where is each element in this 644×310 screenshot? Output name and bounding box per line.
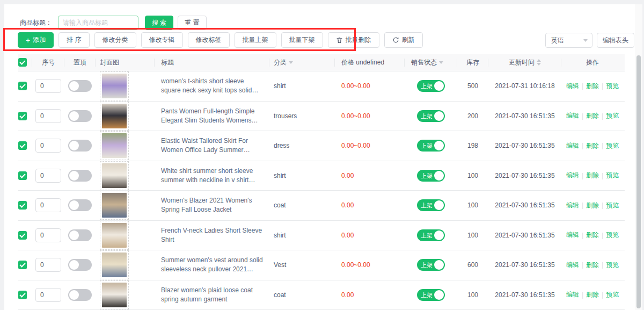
row-number-input[interactable] bbox=[35, 79, 61, 93]
delete-link[interactable]: 删除 bbox=[586, 171, 599, 180]
edit-link[interactable]: 编辑 bbox=[566, 201, 579, 210]
product-title: White shirt summer short sleeve summer w… bbox=[161, 167, 269, 185]
status-toggle[interactable]: 上架 bbox=[417, 259, 445, 271]
status-toggle[interactable]: 上架 bbox=[417, 80, 445, 92]
row-number-input[interactable] bbox=[35, 109, 61, 123]
status-toggle[interactable]: 上架 bbox=[417, 289, 445, 301]
content-panel: 商品标题： 搜 索 重 置 + 添加 排 序 修改分类 修改专辑 修改标签 批量… bbox=[4, 4, 640, 310]
header-category[interactable]: 分类 bbox=[269, 54, 335, 71]
preview-link[interactable]: 预览 bbox=[606, 201, 619, 210]
pin-toggle[interactable] bbox=[68, 140, 92, 152]
cover-image[interactable] bbox=[100, 161, 129, 190]
search-button[interactable]: 搜 索 bbox=[145, 16, 173, 30]
toggle-knob bbox=[69, 111, 79, 121]
cover-image[interactable] bbox=[100, 191, 129, 220]
row-checkbox[interactable] bbox=[18, 112, 27, 120]
bulk-delete-button[interactable]: 批量删除 bbox=[328, 32, 379, 48]
delete-link[interactable]: 删除 bbox=[586, 111, 599, 120]
bulk-unpublish-button[interactable]: 批量下架 bbox=[281, 32, 323, 48]
product-table: 序号 置顶 封面图 标题 分类 价格 undefined 销售状态 库存 更新时… bbox=[18, 54, 625, 310]
row-checkbox[interactable] bbox=[18, 261, 27, 269]
cover-image[interactable] bbox=[100, 250, 129, 279]
edit-table-header-button[interactable]: 编辑表头 bbox=[597, 33, 634, 48]
edit-album-button[interactable]: 修改专辑 bbox=[141, 32, 183, 48]
toggle-knob bbox=[434, 81, 444, 91]
status-toggle[interactable]: 上架 bbox=[417, 229, 445, 241]
cover-image[interactable] bbox=[100, 131, 129, 160]
edit-tags-button[interactable]: 修改标签 bbox=[188, 32, 230, 48]
reset-button[interactable]: 重 置 bbox=[178, 16, 206, 30]
refresh-button[interactable]: 刷新 bbox=[384, 32, 423, 48]
row-checkbox[interactable] bbox=[18, 291, 27, 299]
row-number-input[interactable] bbox=[35, 288, 61, 302]
pin-toggle[interactable] bbox=[68, 289, 92, 301]
pin-toggle[interactable] bbox=[68, 110, 92, 122]
preview-link[interactable]: 预览 bbox=[606, 82, 619, 91]
sort-button[interactable]: 排 序 bbox=[58, 32, 89, 48]
select-all-checkbox[interactable] bbox=[18, 58, 27, 67]
delete-link[interactable]: 删除 bbox=[586, 290, 599, 299]
header-status[interactable]: 销售状态 bbox=[405, 54, 457, 71]
delete-link[interactable]: 删除 bbox=[586, 82, 599, 91]
pin-toggle[interactable] bbox=[68, 170, 92, 182]
status-toggle[interactable]: 上架 bbox=[417, 140, 445, 152]
edit-link[interactable]: 编辑 bbox=[566, 82, 579, 91]
cover-image[interactable] bbox=[100, 280, 129, 309]
cover-image[interactable] bbox=[100, 71, 129, 100]
row-checkbox[interactable] bbox=[18, 82, 27, 90]
row-number-input[interactable] bbox=[35, 228, 61, 242]
edit-link[interactable]: 编辑 bbox=[566, 290, 579, 299]
status-toggle[interactable]: 上架 bbox=[417, 110, 445, 122]
status-toggle[interactable]: 上架 bbox=[417, 170, 445, 182]
add-button-label: 添加 bbox=[33, 35, 46, 45]
edit-category-button[interactable]: 修改分类 bbox=[94, 32, 136, 48]
status-toggle[interactable]: 上架 bbox=[417, 199, 445, 211]
preview-link[interactable]: 预览 bbox=[606, 171, 619, 180]
status-toggle-label: 上架 bbox=[421, 201, 433, 210]
product-price: 0.00~0.00 bbox=[341, 261, 370, 269]
row-checkbox[interactable] bbox=[18, 141, 27, 150]
edit-link[interactable]: 编辑 bbox=[566, 230, 579, 240]
edit-link[interactable]: 编辑 bbox=[566, 261, 579, 270]
row-checkbox[interactable] bbox=[18, 201, 27, 210]
cover-image[interactable] bbox=[100, 102, 129, 131]
delete-link[interactable]: 删除 bbox=[586, 230, 599, 240]
edit-link[interactable]: 编辑 bbox=[566, 141, 579, 150]
scrollbar-thumb[interactable] bbox=[636, 55, 641, 308]
bulk-publish-button[interactable]: 批量上架 bbox=[235, 32, 276, 48]
table-row: White shirt summer short sleeve summer w… bbox=[18, 161, 625, 191]
preview-link[interactable]: 预览 bbox=[606, 141, 619, 150]
edit-link[interactable]: 编辑 bbox=[566, 171, 579, 180]
cover-image[interactable] bbox=[100, 221, 129, 250]
row-number-input[interactable] bbox=[35, 169, 61, 183]
edit-link[interactable]: 编辑 bbox=[566, 111, 579, 120]
preview-link[interactable]: 预览 bbox=[606, 111, 619, 120]
header-category-label: 分类 bbox=[274, 58, 287, 67]
preview-link[interactable]: 预览 bbox=[606, 261, 619, 270]
pin-toggle[interactable] bbox=[68, 199, 92, 211]
delete-link[interactable]: 删除 bbox=[586, 141, 599, 150]
row-checkbox[interactable] bbox=[18, 171, 27, 180]
cover-image-preview bbox=[102, 283, 127, 307]
preview-link[interactable]: 预览 bbox=[606, 230, 619, 240]
language-select[interactable]: 英语 bbox=[545, 33, 592, 48]
row-number-input[interactable] bbox=[35, 198, 61, 212]
product-title: Elastic Waist Tailored Skirt For Women O… bbox=[161, 136, 269, 155]
add-button[interactable]: + 添加 bbox=[18, 32, 54, 48]
header-updated[interactable]: 更新时间 bbox=[488, 54, 561, 71]
preview-link[interactable]: 预览 bbox=[606, 290, 619, 299]
row-number-input[interactable] bbox=[35, 139, 61, 153]
pin-toggle[interactable] bbox=[68, 259, 92, 271]
pin-toggle[interactable] bbox=[68, 229, 92, 241]
product-title-search-input[interactable] bbox=[58, 16, 138, 30]
status-toggle-label: 上架 bbox=[421, 112, 433, 120]
row-checkbox[interactable] bbox=[18, 231, 27, 240]
row-number-input[interactable] bbox=[35, 258, 61, 272]
product-category: coat bbox=[274, 201, 286, 209]
toggle-knob bbox=[434, 111, 444, 121]
delete-link[interactable]: 删除 bbox=[586, 261, 599, 270]
refresh-icon bbox=[392, 37, 399, 44]
pin-toggle[interactable] bbox=[68, 80, 92, 92]
status-toggle-label: 上架 bbox=[421, 291, 433, 299]
delete-link[interactable]: 删除 bbox=[586, 201, 599, 210]
